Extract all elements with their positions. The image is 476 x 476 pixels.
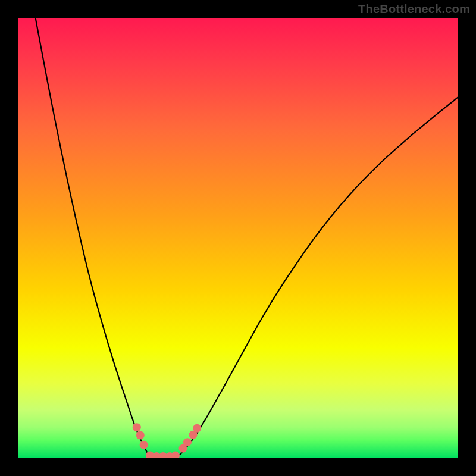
plot-area	[18, 18, 458, 458]
chart-frame: TheBottleneck.com	[0, 0, 476, 476]
curve-marker	[193, 424, 201, 433]
curve-marker	[136, 431, 145, 440]
curve-marker	[140, 441, 148, 449]
curve-marker	[171, 452, 180, 458]
curve-marker	[183, 438, 192, 446]
curve-markers	[133, 423, 201, 458]
curve-marker	[133, 423, 141, 431]
watermark-text: TheBottleneck.com	[358, 2, 470, 16]
chart-svg	[18, 18, 458, 458]
bottleneck-curve	[36, 18, 458, 458]
